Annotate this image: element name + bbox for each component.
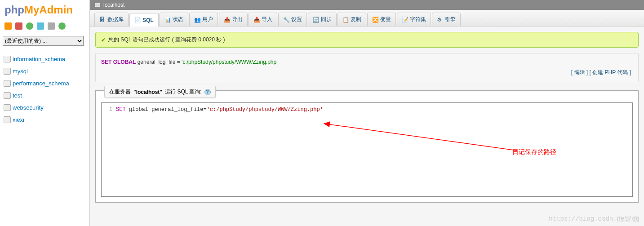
tab-bar: 🗄数据库 📄SQL 📊状态 👥用户 📤导出 📥导入 🔧设置 🔄同步 📋复制 🔀变… bbox=[90, 10, 644, 27]
sidebar: phpMyAdmin (最近使用的表) ... information_sche… bbox=[0, 0, 90, 226]
recent-tables-row: (最近使用的表) ... bbox=[0, 32, 89, 49]
import-icon: 📥 bbox=[253, 17, 260, 23]
home-icon[interactable] bbox=[4, 22, 12, 30]
database-list: information_schema mysql performance_sch… bbox=[0, 49, 89, 129]
window-icon[interactable] bbox=[48, 22, 55, 30]
sql-actions: [ 编辑 ] [ 创建 PHP 代码 ] bbox=[101, 69, 633, 76]
db-item-mysql[interactable]: mysql bbox=[0, 65, 89, 77]
watermark-brand: 亿速云 bbox=[616, 215, 640, 224]
users-icon: 👥 bbox=[194, 17, 200, 23]
db-item-xiexi[interactable]: xiexi bbox=[0, 114, 89, 126]
tab-settings[interactable]: 🔧设置 bbox=[278, 13, 307, 26]
edit-link[interactable]: 编辑 bbox=[574, 69, 585, 75]
legend-suffix: 运行 SQL 查询: bbox=[165, 88, 202, 96]
sync-icon: 🔄 bbox=[313, 17, 319, 23]
sql-string: 'c:/phpStudy/phpstudy/WWW/Zzing.php' bbox=[182, 59, 277, 65]
line-number: 1 bbox=[105, 106, 112, 113]
main-panel: localhost 🗄数据库 📄SQL 📊状态 👥用户 📤导出 📥导入 🔧设置 … bbox=[90, 0, 644, 226]
engine-icon: ⚙ bbox=[437, 17, 443, 23]
docs-icon[interactable] bbox=[37, 22, 44, 30]
exit-icon[interactable] bbox=[15, 22, 22, 30]
help-icon[interactable]: ? bbox=[204, 89, 211, 95]
breadcrumb: localhost bbox=[90, 0, 644, 10]
tab-databases[interactable]: 🗄数据库 bbox=[94, 13, 129, 26]
svg-rect-1 bbox=[95, 5, 100, 7]
logo-part-my: My bbox=[24, 4, 39, 16]
sql-identifier: general_log_file = bbox=[138, 59, 180, 65]
db-item-information-schema[interactable]: information_schema bbox=[0, 53, 89, 65]
executed-sql: SET GLOBAL general_log_file = 'c:/phpStu… bbox=[95, 53, 639, 82]
status-icon: 📊 bbox=[164, 17, 171, 23]
legend-prefix: 在服务器 bbox=[109, 88, 131, 96]
logo: phpMyAdmin bbox=[0, 0, 89, 20]
recent-tables-select[interactable]: (最近使用的表) ... bbox=[3, 36, 84, 46]
sql-keyword: SET GLOBAL bbox=[101, 59, 136, 65]
tab-charset[interactable]: 📝字符集 bbox=[397, 13, 431, 26]
tab-sync[interactable]: 🔄同步 bbox=[308, 13, 337, 26]
tab-vars[interactable]: 🔀变量 bbox=[367, 13, 396, 26]
charset-icon: 📝 bbox=[402, 17, 408, 23]
editor-wrap: 1SET global general_log_file='c:/phpStud… bbox=[95, 90, 639, 203]
editor-string: 'c:/phpStudy/phpstudy/WWW/Zzing.php' bbox=[207, 106, 323, 113]
refresh-icon[interactable] bbox=[26, 22, 33, 30]
query-box: 在服务器 "localhost" 运行 SQL 查询: ? 1SET globa… bbox=[95, 90, 639, 203]
logo-part-php: php bbox=[4, 4, 24, 16]
db-item-test[interactable]: test bbox=[0, 89, 89, 102]
create-php-link[interactable]: 创建 PHP 代码 bbox=[592, 69, 628, 75]
sidebar-toolbar bbox=[0, 20, 89, 32]
tab-export[interactable]: 📤导出 bbox=[219, 13, 248, 26]
export-icon: 📤 bbox=[224, 17, 230, 23]
content-area: ✔ 您的 SQL 语句已成功运行 ( 查询花费 0.0020 秒 ) SET G… bbox=[90, 27, 644, 208]
tab-engine[interactable]: ⚙引擎 bbox=[432, 13, 461, 26]
tab-sql[interactable]: 📄SQL bbox=[129, 13, 159, 27]
breadcrumb-host[interactable]: localhost bbox=[103, 2, 124, 8]
copy-icon: 📋 bbox=[342, 17, 349, 23]
svg-rect-0 bbox=[95, 3, 100, 4]
editor-keyword: SET bbox=[116, 106, 126, 113]
editor-ident: global general_log_file= bbox=[129, 106, 207, 113]
settings-icon: 🔧 bbox=[283, 17, 289, 23]
check-icon: ✔ bbox=[101, 37, 106, 43]
server-icon bbox=[94, 2, 101, 8]
legend-host: "localhost" bbox=[133, 89, 162, 95]
reload-icon[interactable] bbox=[58, 22, 66, 30]
db-item-performance-schema[interactable]: performance_schema bbox=[0, 77, 89, 89]
database-icon: 🗄 bbox=[99, 17, 106, 23]
tab-import[interactable]: 📥导入 bbox=[249, 13, 277, 26]
success-message: ✔ 您的 SQL 语句已成功运行 ( 查询花费 0.0020 秒 ) bbox=[95, 32, 639, 48]
logo-part-admin: Admin bbox=[39, 4, 73, 16]
annotation-label: 日记保存的路径 bbox=[512, 148, 556, 156]
vars-icon: 🔀 bbox=[372, 17, 378, 23]
tab-status[interactable]: 📊状态 bbox=[160, 13, 188, 26]
tab-copy[interactable]: 📋复制 bbox=[338, 13, 366, 26]
sql-icon: 📄 bbox=[134, 17, 141, 23]
tab-users[interactable]: 👥用户 bbox=[189, 13, 218, 26]
db-item-websecurity[interactable]: websecurity bbox=[0, 102, 89, 114]
query-legend: 在服务器 "localhost" 运行 SQL 查询: ? bbox=[104, 86, 216, 98]
success-text: 您的 SQL 语句已成功运行 ( 查询花费 0.0020 秒 ) bbox=[108, 36, 225, 44]
